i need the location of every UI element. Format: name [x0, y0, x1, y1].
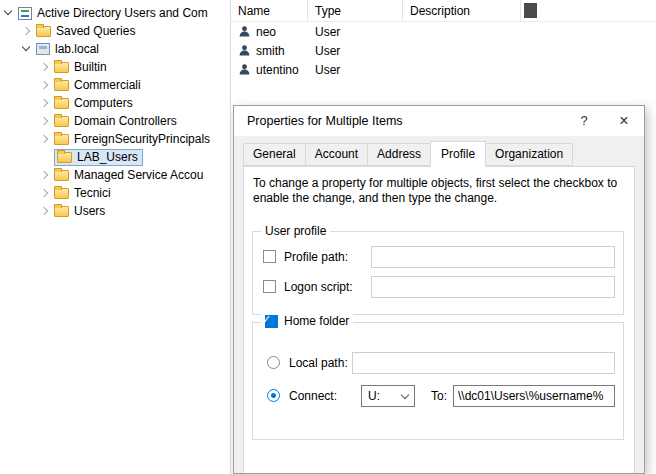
- folder-icon: [57, 152, 72, 163]
- folder-icon: [54, 80, 69, 91]
- tree-item-label: Users: [74, 204, 105, 218]
- folder-icon: [54, 134, 69, 145]
- domain-icon: [36, 43, 50, 55]
- tree-item-label: Domain Controllers: [74, 114, 177, 128]
- tree-item-managed-service-accounts[interactable]: Managed Service Accou: [0, 166, 230, 184]
- column-header-filler: [521, 0, 656, 21]
- tree-item-label: Builtin: [74, 60, 107, 74]
- group-label: User profile: [261, 224, 330, 238]
- tree-item-saved-queries[interactable]: Saved Queries: [0, 22, 230, 40]
- instruction-text: To change a property for multiple object…: [253, 176, 631, 206]
- aduc-window: Active Directory Users and Com Saved Que…: [0, 0, 656, 474]
- tab-general[interactable]: General: [243, 143, 306, 166]
- tree-item-domain-controllers[interactable]: Domain Controllers: [0, 112, 230, 130]
- header-dark-block: [524, 3, 537, 18]
- chevron-right-icon[interactable]: [40, 81, 48, 89]
- tree-item-label: Tecnici: [74, 186, 111, 200]
- connect-label: Connect:: [289, 389, 337, 403]
- chevron-right-icon[interactable]: [40, 171, 48, 179]
- properties-dialog: Properties for Multiple Items ? × Genera…: [233, 105, 645, 474]
- profile-path-checkbox[interactable]: [263, 250, 276, 263]
- home-folder-group: Home folder Local path: Connect: U: To:: [252, 322, 624, 440]
- chevron-right-icon[interactable]: [40, 207, 48, 215]
- tree-item-label: Managed Service Accou: [74, 168, 203, 182]
- folder-icon: [54, 98, 69, 109]
- chevron-right-icon[interactable]: [40, 63, 48, 71]
- chevron-right-icon[interactable]: [22, 27, 30, 35]
- tree-item-computers[interactable]: Computers: [0, 94, 230, 112]
- object-name: utentino: [256, 63, 299, 77]
- logon-script-input[interactable]: [371, 276, 615, 298]
- tree-item-commerciali[interactable]: Commerciali: [0, 76, 230, 94]
- column-header-description[interactable]: Description: [403, 0, 521, 21]
- local-path-radio[interactable]: [267, 356, 280, 369]
- tree-item-label: Commerciali: [74, 78, 141, 92]
- column-header-name[interactable]: Name: [231, 0, 308, 21]
- tree-item-domain[interactable]: lab.local: [0, 40, 230, 58]
- drive-letter-value: U:: [368, 389, 380, 403]
- dialog-title: Properties for Multiple Items: [247, 114, 564, 128]
- list-item-neo[interactable]: neo User: [231, 22, 656, 41]
- folder-icon: [54, 206, 69, 217]
- chevron-right-icon[interactable]: [40, 189, 48, 197]
- tab-profile[interactable]: Profile: [430, 141, 486, 167]
- logon-script-checkbox[interactable]: [263, 280, 276, 293]
- tab-strip: General Account Address Profile Organiza…: [243, 141, 572, 166]
- user-icon: [238, 63, 251, 76]
- chevron-down-icon[interactable]: [4, 7, 12, 15]
- folder-icon: [54, 170, 69, 181]
- tree-item-label: ForeignSecurityPrincipals: [74, 132, 210, 146]
- chevron-placeholder: [40, 153, 48, 161]
- list-item-utentino[interactable]: utentino User: [231, 60, 656, 79]
- home-folder-label: Home folder: [284, 314, 349, 328]
- profile-tab-page: To change a property for multiple object…: [243, 166, 635, 474]
- list-header: Name Type Description: [231, 0, 656, 22]
- tree-selection: LAB_Users: [54, 149, 143, 166]
- logon-script-label: Logon script:: [284, 280, 353, 294]
- list-item-smith[interactable]: smith User: [231, 41, 656, 60]
- object-type: User: [308, 63, 403, 77]
- home-folder-checkbox[interactable]: [265, 315, 278, 328]
- tree-item-users[interactable]: Users: [0, 202, 230, 220]
- tree-item-label: LAB_Users: [77, 150, 138, 164]
- local-path-label: Local path:: [289, 356, 348, 370]
- tree-item-tecnici[interactable]: Tecnici: [0, 184, 230, 202]
- folder-icon: [36, 26, 51, 37]
- to-label: To:: [431, 389, 447, 403]
- profile-path-input[interactable]: [371, 246, 615, 268]
- aduc-console-icon: [18, 7, 32, 20]
- tree-item-builtin[interactable]: Builtin: [0, 58, 230, 76]
- tree-item-foreignsecurityprincipals[interactable]: ForeignSecurityPrincipals: [0, 130, 230, 148]
- object-type: User: [308, 44, 403, 58]
- column-header-type[interactable]: Type: [308, 0, 403, 21]
- user-profile-group: User profile Profile path: Logon script:: [252, 231, 624, 315]
- chevron-right-icon[interactable]: [40, 99, 48, 107]
- tab-address[interactable]: Address: [367, 143, 431, 166]
- tree-item-label: Computers: [74, 96, 133, 110]
- connect-path-input[interactable]: [453, 385, 615, 407]
- chevron-down-icon: [401, 390, 409, 398]
- chevron-down-icon[interactable]: [22, 43, 30, 51]
- folder-icon: [54, 116, 69, 127]
- local-path-input[interactable]: [352, 352, 615, 374]
- console-tree: Active Directory Users and Com Saved Que…: [0, 0, 230, 474]
- tab-account[interactable]: Account: [305, 143, 368, 166]
- tab-organization[interactable]: Organization: [485, 143, 573, 166]
- tree-item-label: Saved Queries: [56, 24, 135, 38]
- chevron-right-icon[interactable]: [40, 135, 48, 143]
- folder-icon: [54, 62, 69, 73]
- connect-radio[interactable]: [267, 389, 280, 402]
- tree-item-label: Active Directory Users and Com: [37, 6, 208, 20]
- user-icon: [238, 25, 251, 38]
- user-icon: [238, 44, 251, 57]
- drive-letter-dropdown[interactable]: U:: [361, 385, 415, 407]
- tree-item-lab-users[interactable]: LAB_Users: [0, 148, 230, 166]
- help-button[interactable]: ?: [564, 106, 604, 136]
- tree-item-root[interactable]: Active Directory Users and Com: [0, 4, 230, 22]
- chevron-right-icon[interactable]: [40, 117, 48, 125]
- folder-icon: [54, 188, 69, 199]
- object-name: neo: [256, 25, 276, 39]
- close-icon[interactable]: ×: [604, 106, 644, 136]
- dialog-titlebar[interactable]: Properties for Multiple Items ? ×: [234, 106, 644, 136]
- tree-item-label: lab.local: [55, 42, 99, 56]
